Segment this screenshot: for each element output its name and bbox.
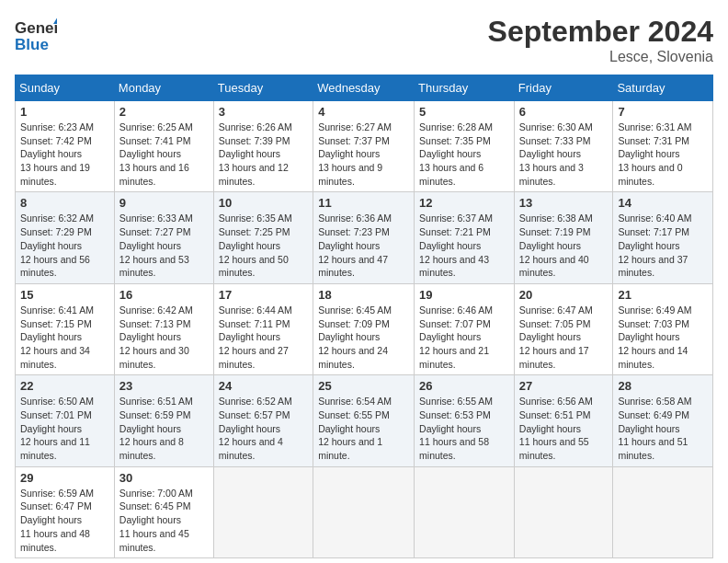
day-info: Sunrise: 6:23 AM Sunset: 7:42 PM Dayligh…	[20, 121, 109, 188]
day-number: 1	[20, 105, 109, 119]
day-info: Sunrise: 6:46 AM Sunset: 7:07 PM Dayligh…	[419, 304, 509, 371]
calendar-cell: 19 Sunrise: 6:46 AM Sunset: 7:07 PM Dayl…	[415, 283, 515, 374]
day-info: Sunrise: 6:38 AM Sunset: 7:19 PM Dayligh…	[519, 212, 609, 279]
header-tuesday: Tuesday	[213, 75, 313, 101]
header-saturday: Saturday	[613, 75, 713, 101]
day-number: 23	[119, 379, 209, 393]
header-sunday: Sunday	[16, 75, 115, 101]
calendar-cell: 17 Sunrise: 6:44 AM Sunset: 7:11 PM Dayl…	[213, 283, 313, 374]
calendar-cell: 9 Sunrise: 6:33 AM Sunset: 7:27 PM Dayli…	[114, 192, 213, 283]
calendar-page: General Blue September 2024 Lesce, Slove…	[0, 0, 728, 563]
day-number: 21	[618, 288, 708, 302]
day-info: Sunrise: 6:52 AM Sunset: 6:57 PM Dayligh…	[219, 395, 308, 462]
calendar-cell: 14 Sunrise: 6:40 AM Sunset: 7:17 PM Dayl…	[613, 192, 713, 283]
day-number: 29	[20, 471, 109, 485]
calendar-row: 29 Sunrise: 6:59 AM Sunset: 6:47 PM Dayl…	[16, 466, 713, 557]
calendar-cell: 6 Sunrise: 6:30 AM Sunset: 7:33 PM Dayli…	[514, 101, 613, 192]
day-number: 20	[519, 288, 609, 302]
day-info: Sunrise: 6:27 AM Sunset: 7:37 PM Dayligh…	[318, 121, 409, 188]
day-info: Sunrise: 6:42 AM Sunset: 7:13 PM Dayligh…	[119, 304, 209, 371]
calendar-cell: 26 Sunrise: 6:55 AM Sunset: 6:53 PM Dayl…	[415, 375, 515, 466]
day-number: 18	[318, 288, 409, 302]
logo: General Blue	[15, 15, 57, 61]
day-info: Sunrise: 6:30 AM Sunset: 7:33 PM Dayligh…	[519, 121, 609, 188]
day-info: Sunrise: 6:45 AM Sunset: 7:09 PM Dayligh…	[318, 304, 409, 371]
day-number: 4	[318, 105, 409, 119]
day-number: 8	[20, 196, 109, 210]
day-number: 7	[618, 105, 708, 119]
calendar-cell: 24 Sunrise: 6:52 AM Sunset: 6:57 PM Dayl…	[213, 375, 313, 466]
calendar-cell: 22 Sunrise: 6:50 AM Sunset: 7:01 PM Dayl…	[16, 375, 115, 466]
calendar-cell	[213, 466, 313, 557]
day-info: Sunrise: 6:54 AM Sunset: 6:55 PM Dayligh…	[318, 395, 409, 462]
day-info: Sunrise: 6:44 AM Sunset: 7:11 PM Dayligh…	[219, 304, 308, 371]
location: Lesce, Slovenia	[488, 49, 713, 65]
day-number: 9	[119, 196, 209, 210]
calendar-cell	[514, 466, 613, 557]
day-number: 6	[519, 105, 609, 119]
calendar-cell: 2 Sunrise: 6:25 AM Sunset: 7:41 PM Dayli…	[114, 101, 213, 192]
calendar-row: 8 Sunrise: 6:32 AM Sunset: 7:29 PM Dayli…	[16, 192, 713, 283]
calendar-table: Sunday Monday Tuesday Wednesday Thursday…	[15, 75, 713, 558]
day-info: Sunrise: 6:51 AM Sunset: 6:59 PM Dayligh…	[119, 395, 209, 462]
day-info: Sunrise: 6:37 AM Sunset: 7:21 PM Dayligh…	[419, 212, 509, 279]
day-info: Sunrise: 6:49 AM Sunset: 7:03 PM Dayligh…	[618, 304, 708, 371]
day-info: Sunrise: 6:41 AM Sunset: 7:15 PM Dayligh…	[20, 304, 109, 371]
day-info: Sunrise: 6:56 AM Sunset: 6:51 PM Dayligh…	[519, 395, 609, 462]
svg-text:General: General	[15, 19, 57, 37]
calendar-cell	[613, 466, 713, 557]
day-number: 26	[419, 379, 509, 393]
calendar-cell: 7 Sunrise: 6:31 AM Sunset: 7:31 PM Dayli…	[613, 101, 713, 192]
calendar-cell: 20 Sunrise: 6:47 AM Sunset: 7:05 PM Dayl…	[514, 283, 613, 374]
day-number: 13	[519, 196, 609, 210]
calendar-cell: 4 Sunrise: 6:27 AM Sunset: 7:37 PM Dayli…	[313, 101, 415, 192]
header-thursday: Thursday	[415, 75, 515, 101]
calendar-cell: 18 Sunrise: 6:45 AM Sunset: 7:09 PM Dayl…	[313, 283, 415, 374]
day-info: Sunrise: 6:26 AM Sunset: 7:39 PM Dayligh…	[219, 121, 308, 188]
month-title: September 2024	[488, 15, 713, 49]
weekday-header-row: Sunday Monday Tuesday Wednesday Thursday…	[16, 75, 713, 101]
calendar-cell: 29 Sunrise: 6:59 AM Sunset: 6:47 PM Dayl…	[16, 466, 115, 557]
calendar-cell: 13 Sunrise: 6:38 AM Sunset: 7:19 PM Dayl…	[514, 192, 613, 283]
day-info: Sunrise: 6:35 AM Sunset: 7:25 PM Dayligh…	[219, 212, 308, 279]
day-number: 22	[20, 379, 109, 393]
day-info: Sunrise: 6:47 AM Sunset: 7:05 PM Dayligh…	[519, 304, 609, 371]
calendar-cell: 23 Sunrise: 6:51 AM Sunset: 6:59 PM Dayl…	[114, 375, 213, 466]
header: General Blue September 2024 Lesce, Slove…	[15, 15, 713, 65]
day-number: 28	[618, 379, 708, 393]
calendar: Sunday Monday Tuesday Wednesday Thursday…	[15, 75, 713, 558]
day-number: 3	[219, 105, 308, 119]
day-number: 27	[519, 379, 609, 393]
svg-text:Blue: Blue	[15, 36, 49, 53]
calendar-cell: 10 Sunrise: 6:35 AM Sunset: 7:25 PM Dayl…	[213, 192, 313, 283]
day-number: 10	[219, 196, 308, 210]
calendar-cell: 25 Sunrise: 6:54 AM Sunset: 6:55 PM Dayl…	[313, 375, 415, 466]
calendar-cell: 3 Sunrise: 6:26 AM Sunset: 7:39 PM Dayli…	[213, 101, 313, 192]
calendar-cell	[415, 466, 515, 557]
header-monday: Monday	[114, 75, 213, 101]
day-number: 16	[119, 288, 209, 302]
logo-icon: General Blue	[15, 15, 57, 57]
day-info: Sunrise: 6:31 AM Sunset: 7:31 PM Dayligh…	[618, 121, 708, 188]
day-number: 15	[20, 288, 109, 302]
calendar-row: 1 Sunrise: 6:23 AM Sunset: 7:42 PM Dayli…	[16, 101, 713, 192]
calendar-cell: 28 Sunrise: 6:58 AM Sunset: 6:49 PM Dayl…	[613, 375, 713, 466]
day-info: Sunrise: 6:59 AM Sunset: 6:47 PM Dayligh…	[20, 487, 109, 554]
day-info: Sunrise: 6:58 AM Sunset: 6:49 PM Dayligh…	[618, 395, 708, 462]
day-info: Sunrise: 6:32 AM Sunset: 7:29 PM Dayligh…	[20, 212, 109, 279]
day-info: Sunrise: 6:40 AM Sunset: 7:17 PM Dayligh…	[618, 212, 708, 279]
calendar-cell: 30 Sunrise: 7:00 AM Sunset: 6:45 PM Dayl…	[114, 466, 213, 557]
calendar-cell: 1 Sunrise: 6:23 AM Sunset: 7:42 PM Dayli…	[16, 101, 115, 192]
day-number: 17	[219, 288, 308, 302]
day-info: Sunrise: 6:33 AM Sunset: 7:27 PM Dayligh…	[119, 212, 209, 279]
day-info: Sunrise: 7:00 AM Sunset: 6:45 PM Dayligh…	[119, 487, 209, 554]
day-number: 11	[318, 196, 409, 210]
day-number: 25	[318, 379, 409, 393]
calendar-cell: 5 Sunrise: 6:28 AM Sunset: 7:35 PM Dayli…	[415, 101, 515, 192]
calendar-cell: 27 Sunrise: 6:56 AM Sunset: 6:51 PM Dayl…	[514, 375, 613, 466]
day-number: 5	[419, 105, 509, 119]
day-info: Sunrise: 6:50 AM Sunset: 7:01 PM Dayligh…	[20, 395, 109, 462]
title-block: September 2024 Lesce, Slovenia	[488, 15, 713, 65]
calendar-cell: 8 Sunrise: 6:32 AM Sunset: 7:29 PM Dayli…	[16, 192, 115, 283]
calendar-cell: 12 Sunrise: 6:37 AM Sunset: 7:21 PM Dayl…	[415, 192, 515, 283]
